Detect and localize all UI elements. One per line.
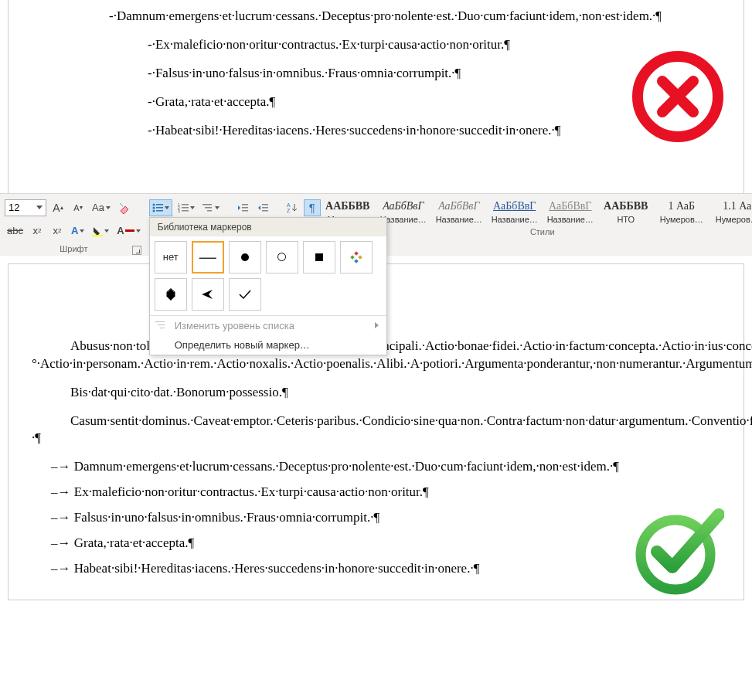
bullet-option-disc[interactable] bbox=[229, 241, 261, 274]
doc-paragraph[interactable]: Casum·sentit·dominus.·Caveat·emptor.·Cet… bbox=[32, 413, 720, 448]
text-effects-button[interactable]: A bbox=[69, 223, 87, 240]
font-color-button[interactable]: A bbox=[114, 223, 142, 240]
doc-list-item[interactable]: –→ Falsus·in·uno·falsus·in·omnibus.·Frau… bbox=[32, 509, 720, 527]
style-sample: 1 АаБ bbox=[655, 199, 709, 214]
style-name: Нумеров… bbox=[710, 214, 752, 225]
svg-point-6 bbox=[152, 209, 155, 212]
bullet-option-4diamond[interactable] bbox=[340, 241, 373, 274]
style-sample: АаБбВвГ bbox=[432, 199, 486, 214]
svg-rect-22 bbox=[262, 210, 268, 212]
chevron-down-icon[interactable] bbox=[35, 203, 44, 212]
style-tile[interactable]: 1 АаБНумеров… bbox=[655, 197, 709, 225]
style-tile[interactable]: АаБбВвГНазвание… bbox=[543, 197, 597, 225]
bullet-option-diamond-black[interactable] bbox=[155, 278, 187, 311]
outdent-icon bbox=[237, 202, 248, 213]
svg-rect-5 bbox=[156, 207, 163, 209]
clear-formatting-button[interactable] bbox=[116, 199, 133, 216]
correct-icon bbox=[628, 499, 724, 596]
bullets-icon bbox=[152, 202, 163, 213]
doc-list-item[interactable]: –→ Habeat·sibi!·Hereditas·iacens.·Heres·… bbox=[32, 560, 720, 578]
decrease-indent-button[interactable] bbox=[234, 199, 251, 216]
bullet-option-square[interactable] bbox=[303, 241, 335, 274]
style-sample: ААББВВ bbox=[321, 199, 375, 214]
document-page-upper[interactable]: -·Damnum·emergens·et·lucrum·cessans.·Dec… bbox=[8, 0, 744, 193]
svg-text:A: A bbox=[287, 202, 291, 208]
eraser-icon bbox=[118, 202, 131, 214]
doc-list-item[interactable]: –→ Damnum·emergens·et·lucrum·cessans.·De… bbox=[32, 458, 720, 476]
bullet-library-header: Библиотека маркеров bbox=[150, 218, 386, 236]
sort-icon: AZ bbox=[287, 202, 298, 213]
font-size-input[interactable] bbox=[9, 202, 35, 213]
dialog-launcher-icon[interactable] bbox=[132, 246, 141, 255]
sort-button[interactable]: AZ bbox=[284, 199, 301, 216]
document-body-lower[interactable]: Abusus·non·tollit·usum.·Accepto·damno.·A… bbox=[32, 338, 720, 578]
svg-rect-30 bbox=[158, 325, 165, 325]
show-paragraph-marks-button[interactable]: ¶ bbox=[304, 199, 321, 216]
numbering-button[interactable]: 1 2 3 bbox=[175, 199, 197, 216]
style-name: Название… bbox=[432, 214, 486, 225]
document-body-upper[interactable]: -·Damnum·emergens·et·lucrum·cessans.·Dec… bbox=[32, 8, 720, 140]
svg-rect-18 bbox=[242, 207, 248, 209]
increase-indent-button[interactable] bbox=[254, 199, 271, 216]
style-name: Нумеров… bbox=[655, 214, 709, 225]
bullet-option-dash[interactable]: — bbox=[192, 241, 224, 274]
svg-rect-16 bbox=[207, 210, 212, 212]
paragraph-group: 1 2 3 AZ bbox=[149, 197, 321, 219]
highlight-button[interactable] bbox=[90, 223, 111, 240]
bullet-option-arrow[interactable] bbox=[192, 278, 224, 311]
doc-paragraph[interactable]: Bis·dat·qui·cito·dat.·Bonorum·possessio.… bbox=[32, 384, 720, 402]
superscript-button[interactable]: x2 bbox=[49, 223, 66, 240]
svg-rect-31 bbox=[160, 328, 165, 328]
multilevel-list-button[interactable] bbox=[200, 199, 222, 216]
style-tile[interactable]: ААББВВНТО bbox=[599, 197, 653, 225]
four-diamond-icon bbox=[350, 251, 362, 263]
svg-rect-17 bbox=[242, 204, 248, 206]
style-sample: АаБбВвГ bbox=[488, 199, 542, 214]
style-tile[interactable]: АаБбВвГНазвание… bbox=[432, 197, 486, 225]
ribbon: A▴ A▾ Aa abc x2 x2 A A Шрифт bbox=[0, 193, 752, 256]
bullets-button[interactable] bbox=[149, 199, 172, 216]
shrink-font-button[interactable]: A▾ bbox=[70, 199, 87, 216]
bullet-option-circle[interactable] bbox=[266, 241, 298, 274]
doc-list-item[interactable]: –→ Grata,·rata·et·accepta.¶ bbox=[32, 535, 720, 552]
style-sample: АаБбВвГ bbox=[376, 199, 430, 214]
font-group: A▴ A▾ Aa abc x2 x2 A A Шрифт bbox=[5, 197, 143, 256]
numbering-icon: 1 2 3 bbox=[178, 202, 189, 213]
svg-text:Z: Z bbox=[287, 208, 291, 213]
subscript-button[interactable]: x2 bbox=[29, 223, 46, 240]
bullet-grid: нет — bbox=[150, 236, 386, 315]
change-case-button[interactable]: Aa bbox=[90, 199, 113, 216]
define-new-bullet-menuitem[interactable]: Определить новый маркер… bbox=[150, 335, 386, 355]
svg-text:3: 3 bbox=[178, 209, 180, 213]
svg-rect-7 bbox=[156, 210, 163, 212]
list-level-icon bbox=[155, 319, 167, 331]
check-icon bbox=[238, 289, 252, 300]
highlight-icon bbox=[92, 226, 103, 236]
indent-icon bbox=[257, 202, 268, 213]
style-tile[interactable]: 1.1 АаНумеров… bbox=[710, 197, 752, 225]
svg-rect-13 bbox=[182, 210, 189, 212]
svg-point-2 bbox=[152, 203, 155, 206]
font-size-combo[interactable] bbox=[5, 199, 46, 216]
wrong-icon bbox=[631, 50, 724, 143]
doc-line[interactable]: -·Damnum·emergens·et·lucrum·cessans.·Dec… bbox=[109, 8, 720, 25]
svg-rect-20 bbox=[262, 204, 268, 206]
arrowhead-icon bbox=[201, 289, 215, 300]
style-name: НТО bbox=[599, 214, 653, 225]
bullets-dropdown-panel: Библиотека маркеров нет — bbox=[149, 217, 387, 355]
svg-rect-28 bbox=[358, 255, 362, 260]
bullet-option-none[interactable]: нет bbox=[155, 241, 187, 274]
bullet-option-check[interactable] bbox=[229, 278, 261, 311]
chevron-right-icon bbox=[375, 322, 379, 328]
svg-rect-21 bbox=[262, 207, 268, 209]
strikethrough-button[interactable]: abc bbox=[5, 223, 26, 240]
svg-rect-26 bbox=[354, 259, 359, 263]
svg-rect-15 bbox=[205, 207, 212, 209]
svg-rect-19 bbox=[242, 210, 248, 212]
doc-list-item[interactable]: –→ Ex·maleficio·non·oritur·contractus.·E… bbox=[32, 484, 720, 501]
style-sample: ААББВВ bbox=[599, 199, 653, 214]
svg-point-4 bbox=[152, 206, 155, 209]
svg-rect-14 bbox=[202, 204, 212, 206]
style-tile[interactable]: АаБбВвГНазвание… bbox=[488, 197, 542, 225]
grow-font-button[interactable]: A▴ bbox=[49, 199, 66, 216]
